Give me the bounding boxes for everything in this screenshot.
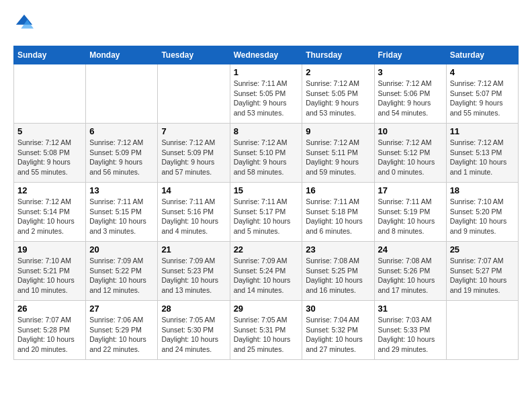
day-info: Sunrise: 7:11 AM Sunset: 5:15 PM Dayligh… [89,197,154,236]
day-info: Sunrise: 7:08 AM Sunset: 5:25 PM Dayligh… [306,256,370,295]
calendar-cell: 8Sunrise: 7:12 AM Sunset: 5:10 PM Daylig… [230,124,302,183]
calendar-cell: 21Sunrise: 7:09 AM Sunset: 5:23 PM Dayli… [158,242,230,301]
calendar-cell: 27Sunrise: 7:06 AM Sunset: 5:29 PM Dayli… [86,301,158,360]
calendar-cell: 5Sunrise: 7:12 AM Sunset: 5:08 PM Daylig… [14,124,86,183]
calendar-table: SundayMondayTuesdayWednesdayThursdayFrid… [13,46,519,360]
week-row: 19Sunrise: 7:10 AM Sunset: 5:21 PM Dayli… [14,242,519,301]
day-info: Sunrise: 7:12 AM Sunset: 5:05 PM Dayligh… [306,79,370,118]
calendar-cell [446,301,518,360]
day-number: 12 [17,185,82,195]
calendar-cell: 15Sunrise: 7:11 AM Sunset: 5:17 PM Dayli… [230,183,302,242]
week-row: 1Sunrise: 7:11 AM Sunset: 5:05 PM Daylig… [14,64,519,124]
calendar-cell: 4Sunrise: 7:12 AM Sunset: 5:07 PM Daylig… [446,64,518,124]
day-of-week-header: Friday [374,46,446,64]
calendar-cell: 7Sunrise: 7:12 AM Sunset: 5:09 PM Daylig… [158,124,230,183]
calendar-cell: 23Sunrise: 7:08 AM Sunset: 5:25 PM Dayli… [302,242,374,301]
day-info: Sunrise: 7:12 AM Sunset: 5:12 PM Dayligh… [378,138,443,177]
day-number: 23 [306,244,370,255]
calendar-cell: 13Sunrise: 7:11 AM Sunset: 5:15 PM Dayli… [86,183,158,242]
calendar-cell: 20Sunrise: 7:09 AM Sunset: 5:22 PM Dayli… [86,242,158,301]
day-info: Sunrise: 7:12 AM Sunset: 5:14 PM Dayligh… [17,197,82,236]
day-info: Sunrise: 7:12 AM Sunset: 5:09 PM Dayligh… [89,138,154,177]
day-of-week-header: Sunday [14,46,86,64]
day-number: 3 [378,67,443,77]
day-number: 15 [234,185,299,195]
day-info: Sunrise: 7:04 AM Sunset: 5:32 PM Dayligh… [306,315,370,355]
calendar-cell: 25Sunrise: 7:07 AM Sunset: 5:27 PM Dayli… [446,242,518,301]
day-info: Sunrise: 7:09 AM Sunset: 5:24 PM Dayligh… [234,256,299,295]
day-info: Sunrise: 7:05 AM Sunset: 5:31 PM Dayligh… [234,315,299,355]
calendar-cell: 16Sunrise: 7:11 AM Sunset: 5:18 PM Dayli… [302,183,374,242]
day-number: 1 [234,67,299,77]
day-info: Sunrise: 7:10 AM Sunset: 5:20 PM Dayligh… [450,197,515,236]
day-info: Sunrise: 7:09 AM Sunset: 5:22 PM Dayligh… [89,256,154,295]
day-number: 22 [234,244,299,255]
day-number: 18 [450,185,515,195]
day-number: 20 [89,244,154,255]
week-row: 12Sunrise: 7:12 AM Sunset: 5:14 PM Dayli… [14,183,519,242]
calendar-cell: 22Sunrise: 7:09 AM Sunset: 5:24 PM Dayli… [230,242,302,301]
day-info: Sunrise: 7:08 AM Sunset: 5:26 PM Dayligh… [378,256,443,295]
day-info: Sunrise: 7:11 AM Sunset: 5:05 PM Dayligh… [234,79,299,118]
day-info: Sunrise: 7:12 AM Sunset: 5:11 PM Dayligh… [306,138,370,177]
week-row: 26Sunrise: 7:07 AM Sunset: 5:28 PM Dayli… [14,301,519,360]
day-info: Sunrise: 7:12 AM Sunset: 5:06 PM Dayligh… [378,79,443,118]
day-number: 31 [378,304,443,314]
calendar-cell: 14Sunrise: 7:11 AM Sunset: 5:16 PM Dayli… [158,183,230,242]
day-of-week-header: Monday [86,46,158,64]
day-of-week-header: Wednesday [230,46,302,64]
calendar-cell: 30Sunrise: 7:04 AM Sunset: 5:32 PM Dayli… [302,301,374,360]
calendar-cell: 19Sunrise: 7:10 AM Sunset: 5:21 PM Dayli… [14,242,86,301]
day-number: 13 [89,185,154,195]
day-info: Sunrise: 7:12 AM Sunset: 5:10 PM Dayligh… [234,138,299,177]
svg-marker-0 [16,15,32,25]
day-info: Sunrise: 7:07 AM Sunset: 5:28 PM Dayligh… [17,315,82,355]
calendar-cell [158,64,230,124]
calendar-cell: 29Sunrise: 7:05 AM Sunset: 5:31 PM Dayli… [230,301,302,360]
day-number: 27 [89,304,154,314]
day-number: 10 [378,126,443,136]
calendar-cell: 12Sunrise: 7:12 AM Sunset: 5:14 PM Dayli… [14,183,86,242]
week-row: 5Sunrise: 7:12 AM Sunset: 5:08 PM Daylig… [14,124,519,183]
day-number: 8 [234,126,299,136]
day-info: Sunrise: 7:12 AM Sunset: 5:08 PM Dayligh… [17,138,82,177]
calendar-cell: 26Sunrise: 7:07 AM Sunset: 5:28 PM Dayli… [14,301,86,360]
calendar-cell [14,64,86,124]
day-info: Sunrise: 7:12 AM Sunset: 5:09 PM Dayligh… [161,138,226,177]
calendar-cell: 9Sunrise: 7:12 AM Sunset: 5:11 PM Daylig… [302,124,374,183]
day-number: 28 [161,304,226,314]
day-number: 21 [161,244,226,255]
day-of-week-header: Thursday [302,46,374,64]
calendar-cell: 31Sunrise: 7:03 AM Sunset: 5:33 PM Dayli… [374,301,446,360]
day-info: Sunrise: 7:11 AM Sunset: 5:19 PM Dayligh… [378,197,443,236]
day-number: 30 [306,304,370,314]
day-number: 11 [450,126,515,136]
day-info: Sunrise: 7:03 AM Sunset: 5:33 PM Dayligh… [378,315,443,355]
day-info: Sunrise: 7:11 AM Sunset: 5:18 PM Dayligh… [306,197,370,236]
day-info: Sunrise: 7:06 AM Sunset: 5:29 PM Dayligh… [89,315,154,355]
day-number: 26 [17,304,82,314]
day-number: 6 [89,126,154,136]
calendar-cell: 28Sunrise: 7:05 AM Sunset: 5:30 PM Dayli… [158,301,230,360]
calendar-cell: 2Sunrise: 7:12 AM Sunset: 5:05 PM Daylig… [302,64,374,124]
day-number: 25 [450,244,515,255]
logo-icon [15,13,34,32]
calendar-cell: 17Sunrise: 7:11 AM Sunset: 5:19 PM Dayli… [374,183,446,242]
header [13,13,519,35]
day-number: 29 [234,304,299,314]
day-info: Sunrise: 7:11 AM Sunset: 5:16 PM Dayligh… [161,197,226,236]
day-info: Sunrise: 7:07 AM Sunset: 5:27 PM Dayligh… [450,256,515,295]
logo [13,13,36,35]
day-number: 2 [306,67,370,77]
calendar-header-row: SundayMondayTuesdayWednesdayThursdayFrid… [14,46,519,64]
calendar-cell: 6Sunrise: 7:12 AM Sunset: 5:09 PM Daylig… [86,124,158,183]
day-info: Sunrise: 7:05 AM Sunset: 5:30 PM Dayligh… [161,315,226,355]
calendar-cell: 18Sunrise: 7:10 AM Sunset: 5:20 PM Dayli… [446,183,518,242]
day-number: 24 [378,244,443,255]
day-number: 9 [306,126,370,136]
day-number: 5 [17,126,82,136]
day-of-week-header: Saturday [446,46,518,64]
day-info: Sunrise: 7:12 AM Sunset: 5:07 PM Dayligh… [450,79,515,118]
calendar-cell [86,64,158,124]
day-info: Sunrise: 7:11 AM Sunset: 5:17 PM Dayligh… [234,197,299,236]
